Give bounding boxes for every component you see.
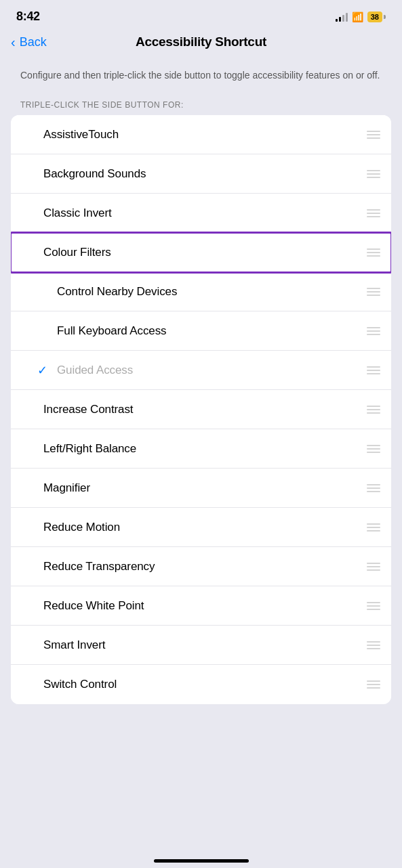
item-left-magnifier: Magnifier (22, 481, 367, 495)
drag-handle-classic-invert[interactable] (367, 209, 380, 217)
signal-bar-3 (342, 15, 344, 22)
item-left-left-right-balance: Left/Right Balance (22, 442, 367, 456)
item-label-reduce-motion: Reduce Motion (43, 521, 120, 534)
status-time: 8:42 (16, 9, 40, 24)
drag-handle-guided-access[interactable] (367, 366, 380, 374)
item-left-smart-invert: Smart Invert (22, 638, 367, 652)
drag-handle-increase-contrast[interactable] (367, 406, 380, 414)
drag-handle-switch-control[interactable] (367, 680, 380, 689)
item-label-full-keyboard-access: Full Keyboard Access (57, 324, 166, 338)
drag-handle-magnifier[interactable] (367, 484, 380, 492)
item-left-reduce-transparency: Reduce Transparency (22, 560, 367, 573)
list-item-assistivetouch[interactable]: AssistiveTouch (11, 115, 391, 154)
list-item-increase-contrast[interactable]: Increase Contrast (11, 390, 391, 429)
drag-handle-assistivetouch[interactable] (367, 131, 380, 139)
home-indicator (154, 859, 249, 863)
item-left-increase-contrast: Increase Contrast (22, 403, 367, 416)
list-item-smart-invert[interactable]: Smart Invert (11, 626, 391, 665)
item-label-control-nearby-devices: Control Nearby Devices (57, 285, 177, 299)
drag-handle-reduce-white-point[interactable] (367, 602, 380, 610)
item-label-left-right-balance: Left/Right Balance (43, 442, 136, 456)
item-left-reduce-white-point: Reduce White Point (22, 599, 367, 613)
item-left-colour-filters: Colour Filters (22, 246, 367, 259)
drag-handle-smart-invert[interactable] (367, 641, 380, 649)
list-item-classic-invert[interactable]: Classic Invert (11, 194, 391, 233)
battery-tip (384, 15, 386, 19)
list-item-full-keyboard-access[interactable]: Full Keyboard Access (11, 311, 391, 351)
item-label-increase-contrast: Increase Contrast (43, 403, 133, 416)
list-item-magnifier[interactable]: Magnifier (11, 469, 391, 508)
item-left-reduce-motion: Reduce Motion (22, 521, 367, 534)
item-label-background-sounds: Background Sounds (43, 167, 146, 181)
item-left-guided-access: ✓Guided Access (35, 363, 367, 378)
list-item-switch-control[interactable]: Switch Control (11, 665, 391, 704)
item-left-switch-control: Switch Control (22, 678, 367, 691)
back-chevron-icon: ‹ (11, 35, 16, 50)
item-label-guided-access: Guided Access (57, 364, 133, 377)
item-label-smart-invert: Smart Invert (43, 638, 105, 652)
item-label-classic-invert: Classic Invert (43, 207, 112, 220)
item-label-reduce-transparency: Reduce Transparency (43, 560, 155, 573)
list-item-reduce-white-point[interactable]: Reduce White Point (11, 586, 391, 626)
list-item-reduce-transparency[interactable]: Reduce Transparency (11, 547, 391, 586)
description-area: Configure and then triple-click the side… (0, 58, 402, 91)
item-label-colour-filters: Colour Filters (43, 246, 111, 259)
list-item-guided-access[interactable]: ✓Guided Access (11, 351, 391, 390)
checkmark-guided-access: ✓ (35, 363, 49, 378)
item-label-switch-control: Switch Control (43, 678, 117, 691)
item-left-classic-invert: Classic Invert (22, 207, 367, 220)
page-title: Accessibility Shortcut (136, 35, 266, 49)
list-item-background-sounds[interactable]: Background Sounds (11, 154, 391, 194)
battery-icon: 38 (367, 12, 382, 22)
signal-icon (336, 12, 348, 22)
list-item-reduce-motion[interactable]: Reduce Motion (11, 508, 391, 547)
drag-handle-control-nearby-devices[interactable] (367, 288, 380, 296)
item-label-magnifier: Magnifier (43, 481, 90, 495)
signal-bar-1 (336, 19, 338, 22)
status-bar: 8:42 📶 38 (0, 0, 402, 29)
items-list: AssistiveTouchBackground SoundsClassic I… (11, 115, 391, 704)
item-left-background-sounds: Background Sounds (22, 167, 367, 181)
drag-handle-reduce-motion[interactable] (367, 523, 380, 531)
list-item-colour-filters[interactable]: Colour Filters (11, 233, 391, 272)
battery-wrapper: 38 (367, 12, 386, 22)
drag-handle-left-right-balance[interactable] (367, 445, 380, 453)
wifi-icon: 📶 (352, 12, 363, 22)
signal-bar-2 (339, 17, 341, 22)
item-left-full-keyboard-access: Full Keyboard Access (35, 324, 367, 338)
list-item-control-nearby-devices[interactable]: Control Nearby Devices (11, 272, 391, 311)
drag-handle-reduce-transparency[interactable] (367, 563, 380, 571)
list-item-left-right-balance[interactable]: Left/Right Balance (11, 429, 391, 469)
signal-bar-4 (346, 13, 348, 22)
status-icons: 📶 38 (336, 12, 386, 22)
item-label-reduce-white-point: Reduce White Point (43, 599, 144, 613)
drag-handle-background-sounds[interactable] (367, 170, 380, 178)
description-text: Configure and then triple-click the side… (20, 68, 382, 83)
item-left-control-nearby-devices: Control Nearby Devices (35, 285, 367, 299)
section-label: TRIPLE-CLICK THE SIDE BUTTON FOR: (0, 91, 402, 115)
item-label-assistivetouch: AssistiveTouch (43, 128, 119, 142)
drag-handle-colour-filters[interactable] (367, 248, 380, 257)
drag-handle-full-keyboard-access[interactable] (367, 327, 380, 335)
back-label: Back (20, 35, 47, 49)
item-left-assistivetouch: AssistiveTouch (22, 128, 367, 142)
back-button[interactable]: ‹ Back (11, 35, 47, 50)
nav-bar: ‹ Back Accessibility Shortcut (0, 29, 402, 58)
